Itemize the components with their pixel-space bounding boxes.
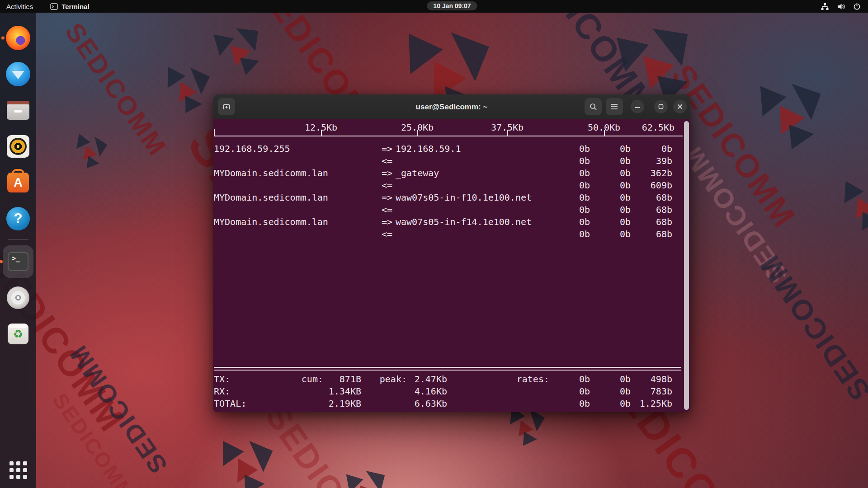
rate-10s: 0b — [590, 385, 631, 398]
rhythmbox-icon — [7, 135, 29, 158]
rate-40s: 68b — [631, 216, 672, 228]
source-host: 192.168.59.255 — [214, 143, 382, 155]
direction-arrow: <= — [382, 204, 396, 216]
rate-2s: 0b — [549, 385, 590, 398]
rate-40s: 783b — [631, 385, 672, 398]
source-host — [214, 179, 382, 192]
table-row: MYDomain.sedicomm.lan=>waw07s05-in-f10.1… — [214, 192, 672, 204]
direction-arrow: <= — [382, 179, 396, 192]
clock[interactable]: 10 Jan 09:07 — [427, 1, 477, 10]
stats-row-tx: TX:cum:871Bpeak:2.47Kbrates:0b0b498b — [214, 373, 672, 385]
dock-item-ubuntu-software[interactable]: A — [3, 164, 33, 201]
rate-10s: 0b — [590, 155, 631, 167]
scrollbar[interactable] — [684, 121, 689, 410]
dest-host: _gateway — [396, 167, 549, 179]
dock-separator — [8, 239, 28, 239]
scale-tick — [604, 130, 605, 136]
ubuntu-software-icon: A — [7, 173, 29, 192]
cum-value: 871B — [323, 373, 361, 385]
rates-label — [447, 398, 549, 410]
rate-10s: 0b — [590, 204, 631, 216]
dest-host: 192.168.59.1 — [396, 143, 549, 155]
table-row: <=0b0b68b — [214, 228, 672, 240]
table-row: MYDomain.sedicomm.lan=>_gateway0b0b362b — [214, 167, 672, 179]
rate-2s: 0b — [549, 228, 590, 240]
rate-40s: 498b — [631, 373, 672, 385]
new-tab-button[interactable] — [218, 98, 235, 115]
rate-2s: 0b — [549, 216, 590, 228]
network-icon — [821, 3, 829, 10]
sedicomm-logo-triangles — [750, 79, 825, 154]
dock-item-cd-player[interactable] — [3, 280, 33, 316]
menu-button[interactable] — [606, 98, 623, 115]
table-row: <=0b0b39b — [214, 155, 672, 167]
focused-app-menu[interactable]: Terminal — [44, 0, 95, 13]
maximize-button[interactable] — [654, 100, 668, 113]
peak-label — [361, 385, 407, 398]
files-icon — [7, 101, 29, 120]
dock: A ? >_ ♻ — [0, 13, 36, 488]
search-button[interactable] — [585, 98, 602, 115]
thunderbird-icon — [6, 62, 30, 86]
terminal-content[interactable]: 12.5Kb 25.0Kb 37.5Kb 50.0Kb 62.5Kb 192.1… — [213, 119, 690, 412]
dock-item-files[interactable] — [3, 92, 33, 128]
rate-10s: 0b — [590, 192, 631, 204]
activities-button[interactable]: Activities — [0, 0, 39, 13]
dock-item-rhythmbox[interactable] — [3, 128, 33, 164]
rate-2s: 0b — [549, 373, 590, 385]
stat-label: TX: — [214, 373, 291, 385]
rate-10s: 0b — [590, 228, 631, 240]
rate-40s: 609b — [631, 179, 672, 192]
direction-arrow: <= — [382, 228, 396, 240]
scale-label: 62.5Kb — [642, 122, 675, 134]
rate-40s: 68b — [631, 192, 672, 204]
table-row: 192.168.59.255=>192.168.59.10b0b0b — [214, 143, 672, 155]
terminal-app-icon: >_ — [8, 252, 28, 271]
cum-value: 1.34KB — [323, 385, 361, 398]
stats-row-total: TOTAL:2.19KB6.63Kb0b0b1.25Kb — [214, 398, 672, 410]
dock-item-trash[interactable]: ♻ — [3, 316, 33, 352]
rate-40s: 39b — [631, 155, 672, 167]
stats-block: TX:cum:871Bpeak:2.47Kbrates:0b0b498b RX:… — [213, 373, 690, 410]
desktop: SEDICOMM SEDICOMM SEDICOMM SEDICOMM SEDI… — [0, 0, 868, 488]
system-tray[interactable] — [821, 3, 868, 10]
dock-item-thunderbird[interactable] — [3, 56, 33, 92]
dock-item-app-grid[interactable] — [3, 455, 33, 484]
rate-40s: 362b — [631, 167, 672, 179]
sedicomm-logo-triangles — [344, 470, 387, 488]
sedicomm-logo-triangles — [210, 25, 265, 80]
cum-label — [291, 398, 323, 410]
scale-tick — [321, 130, 322, 136]
titlebar[interactable]: user@Sedicomm: ~ — [213, 94, 690, 119]
rates-label: rates: — [447, 373, 549, 385]
scale-tick — [417, 130, 418, 136]
rate-2s: 0b — [549, 398, 590, 410]
dest-host — [396, 228, 549, 240]
rate-2s: 0b — [549, 179, 590, 192]
minimize-button[interactable] — [631, 100, 644, 113]
rate-10s: 0b — [590, 143, 631, 155]
dock-item-terminal[interactable]: >_ — [3, 245, 33, 278]
peak-value: 6.63Kb — [407, 398, 447, 410]
rate-10s: 0b — [590, 398, 631, 410]
help-icon: ? — [6, 207, 30, 230]
peak-value: 2.47Kb — [407, 373, 447, 385]
stats-separator — [214, 367, 681, 371]
dest-host — [396, 204, 549, 216]
terminal-icon — [50, 3, 58, 10]
scale-axis — [214, 136, 683, 136]
source-host: MYDomain.sedicomm.lan — [214, 192, 382, 204]
peak-label — [361, 398, 407, 410]
direction-arrow: => — [382, 167, 396, 179]
table-row: <=0b0b68b — [214, 204, 672, 216]
close-button[interactable] — [673, 100, 687, 113]
stats-row-rx: RX:1.34KB4.16Kb0b0b783b — [214, 385, 672, 398]
sedicomm-logo-triangles — [156, 61, 213, 118]
cum-value: 2.19KB — [323, 398, 361, 410]
dock-item-firefox[interactable] — [3, 20, 33, 56]
stat-label: RX: — [214, 385, 291, 398]
dest-host — [396, 155, 549, 167]
peak-label: peak: — [361, 373, 407, 385]
dock-item-help[interactable]: ? — [3, 201, 33, 237]
rate-2s: 0b — [549, 167, 590, 179]
